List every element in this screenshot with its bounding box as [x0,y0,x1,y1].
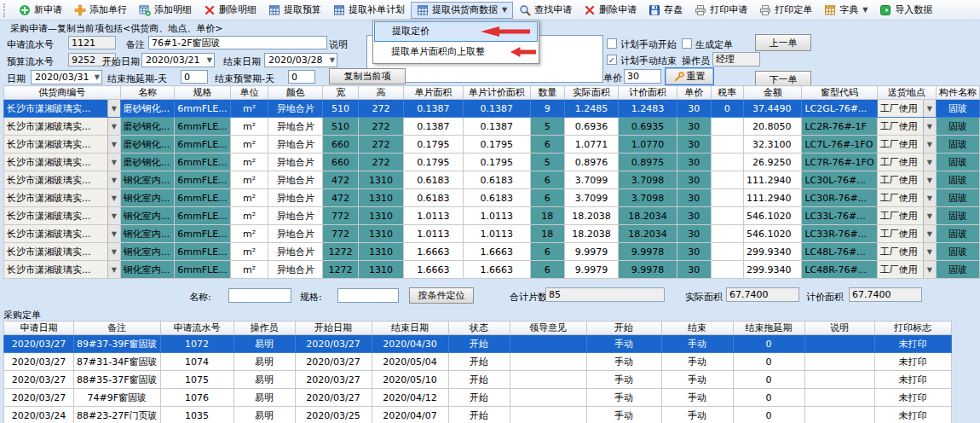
cell-window-code[interactable]: LC30L-76#... [802,171,877,189]
toolbar-button-print-order[interactable]: 打印定单 [753,2,818,19]
cell-piece-area[interactable]: 1.0113 [403,225,463,243]
cell-width[interactable]: 472 [322,171,358,189]
cell-print-flag[interactable]: 未打印 [874,371,951,389]
cell-qty[interactable]: 6 [530,171,564,189]
cell-part-name[interactable]: 固玻 [936,261,979,279]
cell-note[interactable] [804,353,874,371]
cell-spec[interactable]: 6mmFLE... [175,225,230,243]
cell-actual-area[interactable]: 0.6936 [564,118,619,136]
request-no-field[interactable] [68,36,116,49]
cell-delivery-location[interactable]: 工厂使用▼ [877,136,936,154]
cell-start[interactable]: 手动 [586,407,661,423]
cell-window-code[interactable]: LC30R-76#... [802,189,877,207]
cell-piece-area[interactable]: 0.1387 [403,118,463,136]
cell-name[interactable]: 磨砂钢化... [120,136,175,154]
cell-amount[interactable]: 111.2940 [743,171,802,189]
cell-piece-priced-area[interactable]: 1.6663 [463,243,530,261]
cell-window-code[interactable]: LC7L-76#-1FO [802,136,877,154]
toolbar-button-extract-budget[interactable]: 提取预算 [262,2,327,19]
toolbar-button-dictionary[interactable]: 字典▼ [818,2,873,19]
cell-name[interactable]: 钢化室内... [120,171,175,189]
end-warn-field[interactable] [288,70,315,84]
cell-part-name[interactable]: 固玻 [936,171,979,189]
cell-leader-opinion[interactable] [510,371,586,389]
cell-spec[interactable]: 6mmFLE... [175,118,230,136]
cell-supplier-code[interactable]: 长沙市潇湘玻璃实...▼ [4,136,121,154]
cell-amount[interactable]: 546.1020 [743,207,802,225]
cell-unit-price[interactable]: 30 [677,189,711,207]
cell-unit-price[interactable]: 30 [677,118,711,136]
cell-operator[interactable]: 易明 [233,335,295,353]
cell-end[interactable]: 手动 [661,407,733,423]
cell-tax-rate[interactable]: 0 [711,100,743,118]
cell-height[interactable]: 1310 [359,171,403,189]
cell-unit-price[interactable]: 30 [677,225,711,243]
cell-name[interactable]: 钢化室内... [120,225,175,243]
cell-width[interactable]: 1272 [322,261,358,279]
dropdown-button[interactable]: ▼ [107,243,120,260]
unit-price-field[interactable] [624,69,661,84]
cell-end-date[interactable]: 2020/04/12 [372,389,448,407]
table-row[interactable]: 长沙市潇湘玻璃实...▼钢化室内...6mmFLE...m²异地合片472131… [4,171,980,189]
cell-color[interactable]: 异地合片 [268,100,322,118]
cell-part-name[interactable]: 固玻 [936,154,979,171]
cell-name[interactable]: 磨砂钢化... [120,118,175,136]
cell-piece-priced-area[interactable]: 0.6183 [463,189,530,207]
cell-end[interactable]: 手动 [661,335,733,353]
cell-height[interactable]: 272 [359,154,403,171]
cell-actual-area[interactable]: 0.8976 [564,154,619,171]
table-row[interactable]: 2020/03/2774#9F窗固玻1076易明2020/03/272020/0… [4,389,952,407]
cell-height[interactable]: 1310 [359,207,403,225]
cell-delivery-location[interactable]: 工厂使用▼ [877,100,936,118]
cell-end-date[interactable]: 2020/04/07 [372,407,448,423]
cell-piece-priced-area[interactable]: 1.0113 [463,207,530,225]
cell-start[interactable]: 手动 [586,335,661,353]
cell-request-no[interactable]: 1076 [160,389,233,407]
cell-priced-area[interactable]: 3.7098 [619,189,677,207]
dropdown-button[interactable]: ▼ [923,171,936,188]
cell-unit[interactable]: m² [230,261,268,279]
cell-unit[interactable]: m² [230,154,268,171]
cell-supplier-code[interactable]: 长沙市潇湘玻璃实...▼ [4,243,121,261]
cell-end-date[interactable]: 2020/04/30 [372,335,448,353]
cell-delivery-location[interactable]: 工厂使用▼ [877,118,936,136]
cell-amount[interactable]: 26.9250 [743,154,802,171]
table-row[interactable]: 长沙市潇湘玻璃实...▼钢化室内...6mmFLE...m²异地合片127213… [4,261,980,279]
table-row[interactable]: 长沙市潇湘玻璃实...▼磨砂钢化...6mmFLE...m²异地合片660272… [4,154,980,171]
dropdown-button[interactable]: ▼ [107,189,120,206]
cell-operator[interactable]: 易明 [233,371,295,389]
manual-start-checkbox[interactable] [607,38,617,49]
cell-color[interactable]: 异地合片 [268,243,322,261]
cell-width[interactable]: 772 [322,207,358,225]
cell-actual-area[interactable]: 9.9979 [564,261,619,279]
cell-height[interactable]: 272 [359,136,403,154]
cell-spec[interactable]: 6mmFLE... [175,189,230,207]
table-row[interactable]: 长沙市潇湘玻璃实...▼磨砂钢化...6mmFLE...m²异地合片660272… [4,136,980,154]
cell-tax-rate[interactable] [711,261,743,279]
cell-height[interactable]: 1310 [359,261,403,279]
cell-qty[interactable]: 18 [530,207,564,225]
cell-tax-rate[interactable] [711,136,743,154]
cell-part-name[interactable]: 固玻 [936,207,979,225]
cell-remark[interactable]: 88#23-27F门页玻 [74,407,161,423]
cell-unit-price[interactable]: 30 [677,100,711,118]
cell-qty[interactable]: 6 [530,189,564,207]
cell-piece-priced-area[interactable]: 1.6663 [463,261,530,279]
cell-delivery-location[interactable]: 工厂使用▼ [877,261,936,279]
cell-end-delay[interactable]: 0 [733,389,804,407]
cell-request-date[interactable]: 2020/03/27 [4,371,74,389]
table-row[interactable]: 长沙市潇湘玻璃实...▼钢化室内...6mmFLE...m²异地合片772131… [4,225,980,243]
cell-name[interactable]: 钢化室内... [120,261,175,279]
dropdown-button[interactable]: ▼ [923,154,936,171]
cell-leader-opinion[interactable] [510,389,586,407]
cell-priced-area[interactable]: 0.6935 [619,118,677,136]
dropdown-button[interactable]: ▼ [107,261,120,278]
cell-spec[interactable]: 6mmFLE... [175,207,230,225]
cell-color[interactable]: 异地合片 [268,171,322,189]
cell-width[interactable]: 510 [322,118,358,136]
end-delay-field[interactable] [181,70,208,84]
cell-start-date[interactable]: 2020/03/27 [295,371,372,389]
cell-actual-area[interactable]: 18.2038 [564,207,619,225]
cell-request-date[interactable]: 2020/03/27 [4,353,74,371]
locate-by-condition-button[interactable]: 按条件定位 [409,287,474,304]
